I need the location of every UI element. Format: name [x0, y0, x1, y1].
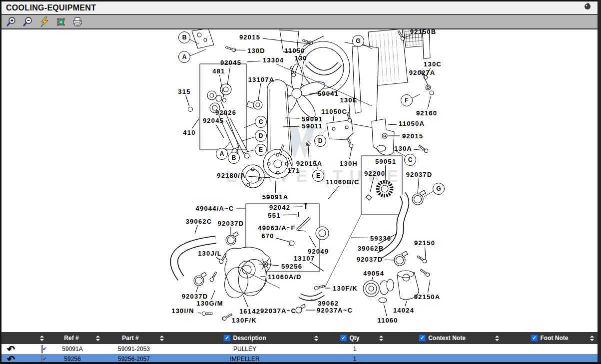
cell-description: PULLEY: [233, 346, 256, 353]
hotspot-links-icon: [55, 16, 66, 27]
part-number-label[interactable]: 92045: [220, 59, 241, 66]
description-column-checkbox[interactable]: ✓: [223, 335, 230, 342]
column-header-foot-note: ✓ Foot Note: [531, 332, 569, 344]
sort-control[interactable]: [160, 332, 164, 344]
foot-note-column-checkbox[interactable]: ✓: [531, 335, 538, 342]
part-number-label[interactable]: 92037A~C: [260, 307, 296, 315]
part-number-label[interactable]: 39062: [318, 300, 339, 307]
zoom-in-button[interactable]: [6, 16, 17, 27]
part-number-label[interactable]: 551: [268, 212, 280, 219]
part-number-label[interactable]: 11050: [284, 47, 305, 54]
part-number-label[interactable]: 13304: [263, 56, 284, 64]
parts-catalog-window: COOLING-EQUIPMENT: [0, 0, 601, 364]
part-number-label[interactable]: 92037D: [406, 171, 433, 178]
assembly-ref-callout: A: [178, 51, 190, 63]
assembly-ref-callout: C: [255, 116, 267, 128]
part-number-label[interactable]: 59011: [302, 122, 322, 130]
part-number-label[interactable]: 49063/A~F: [258, 224, 295, 232]
part-number-label[interactable]: 11050A: [399, 120, 425, 127]
part-number-label[interactable]: 59336: [370, 235, 391, 242]
assembly-ref-callout: E: [312, 170, 324, 182]
cell-part: 59256-2057: [118, 356, 150, 363]
note-icon[interactable]: ✔: [41, 356, 42, 363]
stamp-icon[interactable]: [583, 1, 592, 10]
part-number-label[interactable]: 130J/L: [198, 250, 222, 257]
sort-control[interactable]: [40, 332, 44, 344]
part-number-label[interactable]: 49054: [363, 270, 384, 277]
part-number-label[interactable]: 481: [212, 67, 225, 75]
part-number-label[interactable]: 92049: [308, 248, 329, 255]
part-number-label[interactable]: 92037D: [218, 220, 244, 227]
part-number-label[interactable]: 59256: [281, 263, 302, 270]
part-number-label[interactable]: 130F/K: [232, 317, 257, 324]
part-number-label[interactable]: 11060A/D: [268, 273, 301, 281]
left-border: [0, 0, 1, 364]
assembly-ref-callout: D: [255, 130, 267, 142]
part-number-label[interactable]: 130: [294, 54, 307, 62]
part-number-label[interactable]: 92160: [416, 109, 437, 117]
sort-control[interactable]: [495, 332, 499, 344]
part-number-label[interactable]: 130D: [247, 47, 265, 54]
part-number-label[interactable]: 11050C: [321, 108, 347, 115]
part-number-label[interactable]: 92015: [239, 33, 260, 41]
flash-fit-button[interactable]: [39, 16, 50, 27]
part-number-label[interactable]: 59051: [375, 158, 396, 165]
page-title: COOLING-EQUIPMENT: [1, 3, 96, 12]
bottom-border: [0, 362, 601, 364]
part-number-label[interactable]: 13107: [294, 255, 315, 262]
table-row[interactable]: ↶ ✔ 59091A 59091-2053 PULLEY 1: [0, 344, 601, 354]
part-number-label[interactable]: 130G/M: [196, 300, 223, 307]
sort-control[interactable]: [96, 332, 100, 344]
part-number-label[interactable]: 130H: [340, 160, 358, 167]
part-number-label[interactable]: 59091A: [262, 193, 289, 201]
qty-column-checkbox[interactable]: ✓: [340, 335, 347, 342]
part-number-label[interactable]: 39062B: [358, 245, 384, 252]
right-border: [598, 0, 601, 364]
sort-control[interactable]: [379, 332, 383, 344]
part-number-label[interactable]: 49044/A~C: [196, 205, 234, 212]
sort-control[interactable]: [590, 332, 594, 344]
part-number-label[interactable]: 92180/A: [217, 172, 246, 179]
part-number-label[interactable]: 11060: [377, 317, 398, 324]
part-number-label[interactable]: 92150: [414, 239, 435, 247]
print-icon: [72, 16, 83, 27]
part-number-label[interactable]: 130A: [394, 145, 412, 152]
context-note-column-checkbox[interactable]: ✓: [419, 335, 426, 342]
print-button[interactable]: [72, 16, 83, 27]
part-number-label[interactable]: 92037D: [182, 293, 208, 300]
part-number-label[interactable]: 92015: [402, 132, 423, 140]
part-number-label[interactable]: 171: [287, 167, 300, 174]
part-number-label[interactable]: 11060B/C: [326, 178, 359, 186]
zoom-in-icon: [6, 16, 17, 27]
part-number-label[interactable]: 92037D: [357, 256, 383, 263]
part-number-label[interactable]: 92042: [269, 204, 290, 211]
part-number-label[interactable]: 13107A: [248, 76, 275, 83]
part-number-label[interactable]: 59041: [318, 90, 339, 97]
sort-control[interactable]: [314, 332, 318, 344]
note-icon[interactable]: ✔: [41, 346, 42, 353]
hotspot-links-button[interactable]: [55, 16, 66, 27]
assembly-ref-callout: B: [178, 31, 190, 43]
part-number-label[interactable]: 92150A: [414, 293, 441, 301]
part-number-label[interactable]: 92037A~C: [317, 307, 353, 314]
part-number-label[interactable]: 130I/N: [171, 307, 194, 315]
cell-part: 59091-2053: [118, 346, 150, 353]
zoom-out-button[interactable]: [22, 16, 33, 27]
part-number-label[interactable]: 92015A: [296, 160, 323, 167]
part-number-label[interactable]: 92026: [215, 109, 236, 116]
part-number-label[interactable]: 92150B: [410, 29, 437, 35]
part-number-label[interactable]: 92027A: [409, 69, 436, 76]
part-number-label[interactable]: 410: [183, 129, 195, 136]
part-number-label[interactable]: 39062C: [186, 218, 212, 225]
part-number-label[interactable]: 92045: [203, 117, 224, 124]
part-number-label[interactable]: 670: [261, 232, 274, 240]
part-number-label[interactable]: 14024: [393, 307, 414, 314]
part-number-label[interactable]: 130E: [340, 96, 357, 104]
part-number-label[interactable]: 130F/K: [333, 285, 358, 292]
part-number-label[interactable]: 130C: [424, 60, 442, 68]
part-number-label[interactable]: 315: [178, 88, 190, 95]
part-number-label[interactable]: 16142: [239, 308, 260, 315]
cell-qty: 1: [353, 356, 357, 363]
part-number-label[interactable]: 92200: [364, 170, 385, 177]
part-number-label[interactable]: 59091: [302, 115, 323, 123]
